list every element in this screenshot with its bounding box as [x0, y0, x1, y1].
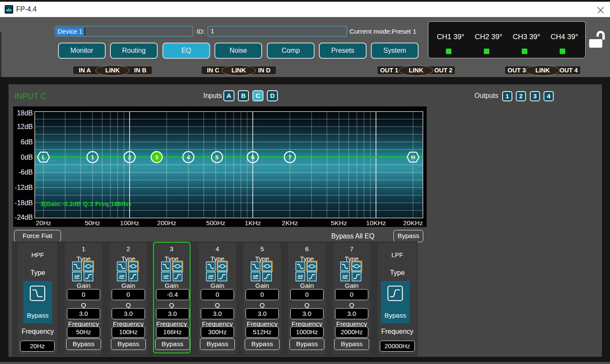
svg-text:AP: AP [253, 274, 258, 278]
svg-text:2: 2 [128, 154, 131, 161]
svg-text:500Hz: 500Hz [206, 219, 225, 226]
svg-text:-18dB: -18dB [14, 199, 33, 206]
svg-text:0dB: 0dB [21, 154, 33, 161]
svg-text:3(Gain:-0.2dB Q:3 Freq:166Hz): 3(Gain:-0.2dB Q:3 Freq:166Hz) [40, 201, 131, 207]
svg-text:AP: AP [342, 274, 348, 278]
svg-text:-12dB: -12dB [14, 184, 33, 191]
svg-text:20Hz: 20Hz [36, 219, 51, 226]
svg-text:AP: AP [119, 274, 124, 278]
svg-text:5: 5 [215, 154, 219, 161]
svg-text:AP: AP [298, 274, 303, 278]
svg-text:2KHz: 2KHz [282, 219, 298, 226]
svg-text:AP: AP [74, 274, 80, 278]
svg-text:6: 6 [251, 154, 254, 161]
svg-text:4: 4 [187, 154, 190, 161]
svg-text:10KHz: 10KHz [366, 219, 386, 226]
svg-text:AP: AP [208, 274, 214, 278]
svg-text:200Hz: 200Hz [157, 219, 176, 226]
svg-text:7: 7 [288, 154, 292, 161]
svg-text:6dB: 6dB [21, 138, 33, 146]
svg-text:-6dB: -6dB [18, 169, 33, 176]
svg-text:3: 3 [155, 154, 159, 161]
svg-text:1: 1 [91, 154, 94, 161]
svg-text:L: L [42, 154, 45, 161]
svg-text:100Hz: 100Hz [120, 219, 139, 226]
svg-text:1KHz: 1KHz [245, 219, 261, 226]
svg-text:20KHz: 20KHz [403, 219, 423, 226]
svg-text:18dB: 18dB [17, 109, 33, 117]
svg-text:-24dB: -24dB [14, 214, 33, 221]
svg-text:AP: AP [163, 274, 169, 278]
svg-text:12dB: 12dB [17, 123, 33, 130]
svg-text:H: H [411, 154, 415, 161]
svg-text:50Hz: 50Hz [85, 219, 100, 226]
svg-text:5KHz: 5KHz [331, 219, 347, 226]
